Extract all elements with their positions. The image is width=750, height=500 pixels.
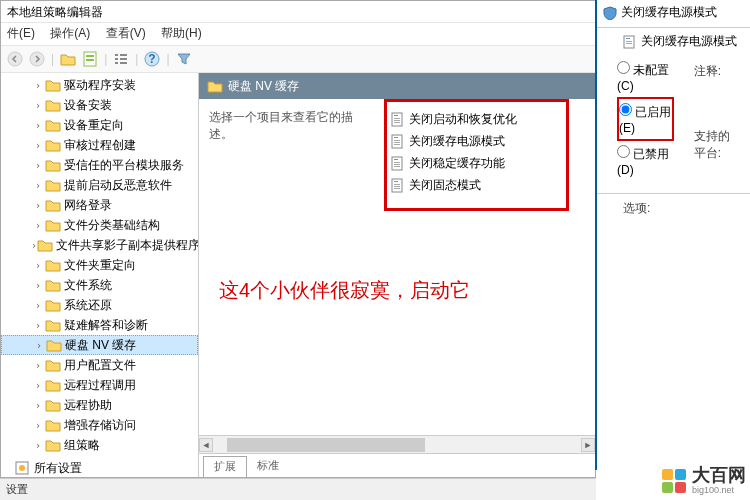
svg-rect-18 [394, 120, 400, 121]
svg-rect-21 [394, 137, 398, 138]
tree-node[interactable]: ›设备重定向 [1, 115, 198, 135]
radio-option[interactable]: 未配置(C) [617, 57, 678, 97]
svg-rect-16 [394, 115, 398, 116]
logo-text-en: big100.net [692, 486, 746, 496]
svg-rect-30 [392, 179, 402, 192]
svg-rect-22 [394, 140, 400, 141]
toolbar: | | | ? | [1, 45, 595, 73]
setting-item[interactable]: 关闭启动和恢复优化 [387, 108, 566, 130]
tree-node[interactable]: ›硬盘 NV 缓存 [1, 335, 198, 355]
filter-icon[interactable] [174, 49, 194, 69]
svg-rect-33 [394, 186, 400, 187]
svg-rect-19 [394, 122, 400, 123]
tree-node[interactable]: ›远程协助 [1, 395, 198, 415]
svg-rect-23 [394, 142, 400, 143]
radio-option[interactable]: 已启用(E) [617, 97, 674, 141]
svg-rect-31 [394, 181, 398, 182]
tree-node[interactable]: ›文件分类基础结构 [1, 215, 198, 235]
tree-node[interactable]: ›疑难解答和诊断 [1, 315, 198, 335]
svg-rect-15 [392, 113, 402, 126]
tree-node[interactable]: ›系统还原 [1, 295, 198, 315]
annotation-text: 这4个小伙伴很寂寞，启动它 [219, 277, 470, 304]
tree-node[interactable]: ›审核过程创建 [1, 135, 198, 155]
settings-sheet-icon [15, 461, 31, 475]
tree-node[interactable]: ›文件共享影子副本提供程序 [1, 235, 198, 255]
menu-action[interactable]: 操作(A) [50, 26, 90, 40]
svg-rect-32 [394, 184, 400, 185]
scroll-left-icon[interactable]: ◄ [199, 438, 213, 452]
svg-point-1 [30, 52, 44, 66]
status-bar: 设置 [0, 478, 596, 500]
tree-node-all-settings[interactable]: 所有设置 [1, 458, 198, 477]
svg-rect-25 [392, 157, 402, 170]
svg-rect-38 [626, 43, 632, 44]
tree-node[interactable]: ›设备安装 [1, 95, 198, 115]
svg-point-0 [8, 52, 22, 66]
tree-node[interactable]: ›提前启动反恶意软件 [1, 175, 198, 195]
menu-file[interactable]: 件(E) [7, 26, 35, 40]
svg-rect-34 [394, 188, 400, 189]
report-icon[interactable] [80, 49, 100, 69]
radio-option[interactable]: 已禁用(D) [617, 141, 678, 181]
setting-item[interactable]: 关闭固态模式 [387, 174, 566, 196]
svg-rect-7 [115, 58, 118, 60]
list-icon[interactable] [111, 49, 131, 69]
svg-rect-20 [392, 135, 402, 148]
svg-rect-37 [626, 41, 632, 42]
tree-node[interactable]: ›文件夹重定向 [1, 255, 198, 275]
tree-node[interactable]: ›组策略 [1, 435, 198, 455]
tree-node[interactable]: ›增强存储访问 [1, 415, 198, 435]
doc-icon [623, 35, 637, 49]
svg-rect-6 [120, 54, 127, 56]
tree-node[interactable]: ›远程过程调用 [1, 375, 198, 395]
svg-rect-28 [394, 164, 400, 165]
svg-rect-8 [120, 58, 127, 60]
help-icon[interactable]: ? [142, 49, 162, 69]
svg-rect-9 [115, 62, 118, 64]
shield-icon [603, 6, 617, 20]
setting-item[interactable]: 关闭稳定缓存功能 [387, 152, 566, 174]
site-logo: 大百网 big100.net [662, 466, 746, 496]
comment-label: 注释: [684, 59, 750, 84]
tab-standard[interactable]: 标准 [247, 456, 289, 477]
tree-node[interactable]: ›文件系统 [1, 275, 198, 295]
logo-squares-icon [662, 469, 686, 493]
svg-rect-27 [394, 162, 400, 163]
settings-options: 未配置(C) 已启用(E) 已禁用(D) [597, 53, 684, 185]
settings-pane: 关闭缓存电源模式 关闭缓存电源模式 未配置(C) 已启用(E) 已禁用(D) 注… [595, 0, 750, 470]
svg-rect-24 [394, 144, 400, 145]
svg-point-14 [19, 465, 25, 471]
svg-rect-5 [115, 54, 118, 56]
forward-icon[interactable] [27, 49, 47, 69]
svg-text:?: ? [149, 52, 156, 66]
tree-node[interactable]: ›网络登录 [1, 195, 198, 215]
content-header: 硬盘 NV 缓存 [199, 73, 595, 99]
svg-rect-36 [626, 38, 630, 39]
menu-help[interactable]: 帮助(H) [161, 26, 202, 40]
folder-icon[interactable] [58, 49, 78, 69]
window-title: 本地组策略编辑器 [1, 1, 595, 23]
tree-node[interactable]: ›用户配置文件 [1, 355, 198, 375]
back-icon[interactable] [5, 49, 25, 69]
logo-text-cn: 大百网 [692, 466, 746, 486]
svg-rect-3 [86, 55, 94, 57]
highlighted-items-box: 关闭启动和恢复优化关闭缓存电源模式关闭稳定缓存功能关闭固态模式 [384, 99, 569, 211]
menu-bar: 件(E) 操作(A) 查看(V) 帮助(H) [1, 23, 595, 45]
svg-rect-26 [394, 159, 398, 160]
settings-title: 关闭缓存电源模式 [621, 4, 717, 21]
tree-node[interactable]: ›驱动程序安装 [1, 75, 198, 95]
settings-subtitle: 关闭缓存电源模式 [641, 33, 737, 50]
setting-item[interactable]: 关闭缓存电源模式 [387, 130, 566, 152]
content-scrollbar[interactable]: ◄ ► [199, 435, 595, 453]
tab-extended[interactable]: 扩展 [203, 456, 247, 477]
tree-node[interactable]: ›受信任的平台模块服务 [1, 155, 198, 175]
svg-rect-17 [394, 118, 400, 119]
svg-rect-29 [394, 166, 400, 167]
menu-view[interactable]: 查看(V) [106, 26, 146, 40]
svg-rect-10 [120, 62, 127, 64]
platform-label: 支持的平台: [684, 124, 750, 166]
svg-rect-4 [86, 59, 94, 61]
options-label: 选项: [597, 200, 750, 217]
tree-view[interactable]: ›驱动程序安装›设备安装›设备重定向›审核过程创建›受信任的平台模块服务›提前启… [1, 73, 199, 477]
scroll-right-icon[interactable]: ► [581, 438, 595, 452]
